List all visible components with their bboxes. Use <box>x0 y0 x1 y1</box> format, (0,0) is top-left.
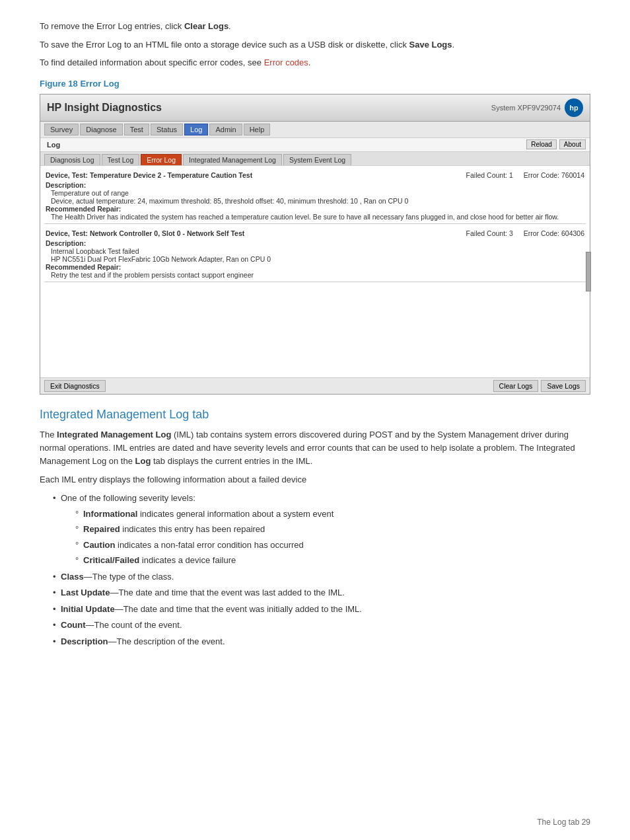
error-entry-1: Device, Test: Temperature Device 2 - Tem… <box>44 169 586 224</box>
iml-log-ref: Log <box>135 456 151 466</box>
hp-logo: hp <box>565 98 583 117</box>
error-entry-1-desc-text: Temperature out of range Device, actual … <box>51 189 584 205</box>
menu-diagnose[interactable]: Diagnose <box>80 124 122 135</box>
page-footer-text: The Log tab 29 <box>537 818 590 827</box>
reload-button[interactable]: Reload <box>526 139 557 149</box>
about-button[interactable]: About <box>559 139 586 149</box>
error-entry-2-desc-text: Internal Loopback Test failed HP NC551i … <box>51 247 584 263</box>
bullet-count: Count—The count of the event. <box>53 619 590 632</box>
error-codes-link[interactable]: Error codes <box>264 57 308 67</box>
sub-bullet-informational: Informational indicates general informat… <box>74 508 590 521</box>
error-entry-1-failed-count: Failed Count: 1 <box>466 171 513 179</box>
error-entry-2-counts: Failed Count: 3 Error Code: 604306 <box>466 229 584 237</box>
error-entry-1-desc-label: Description: <box>46 181 584 189</box>
hp-log-tabs: Diagnosis Log Test Log Error Log Integra… <box>40 152 590 166</box>
hp-menubar: Survey Diagnose Test Status Log Admin He… <box>40 122 590 138</box>
hp-titlebar: HP Insight Diagnostics System XPF9V29074… <box>40 95 590 122</box>
error-entry-1-header: Device, Test: Temperature Device 2 - Tem… <box>46 171 584 179</box>
bullet-last-update: Last Update—The date and time that the e… <box>53 586 590 599</box>
bullet-initial-update: Initial Update—The date and time that th… <box>53 603 590 616</box>
error-entry-2: Device, Test: Network Controller 0, Slot… <box>44 227 586 282</box>
system-label: System XPF9V29074 <box>491 104 561 112</box>
tab-system-event-log[interactable]: System Event Log <box>283 154 351 165</box>
log-toolbar-label: Log <box>44 139 63 150</box>
hp-content-area: Device, Test: Temperature Device 2 - Tem… <box>40 166 590 377</box>
error-entry-1-repair-label: Recommended Repair: <box>46 205 584 213</box>
page-content: To remove the Error Log entries, click C… <box>40 20 590 648</box>
sub-bullet-repaired: Repaired indicates this entry has been r… <box>74 523 590 536</box>
figure-title: Figure 18 Error Log <box>40 79 590 89</box>
error-entry-2-desc-label: Description: <box>46 239 584 247</box>
tab-error-log[interactable]: Error Log <box>141 154 182 165</box>
tab-test-log[interactable]: Test Log <box>102 154 140 165</box>
menu-admin[interactable]: Admin <box>209 124 242 135</box>
error-entry-2-error-code: Error Code: 604306 <box>524 229 584 237</box>
scroll-indicator[interactable] <box>586 252 591 291</box>
save-logs-ref: Save Logs <box>409 40 452 50</box>
hp-window: HP Insight Diagnostics System XPF9V29074… <box>40 94 590 395</box>
error-entry-2-failed-count: Failed Count: 3 <box>466 229 513 237</box>
clear-logs-ref: Clear Logs <box>184 21 228 31</box>
menu-survey[interactable]: Survey <box>44 124 79 135</box>
intro-p3: To find detailed information about speci… <box>40 56 590 69</box>
bullet-class: Class—The type of the class. <box>53 570 590 584</box>
error-entry-2-repair-text: Retry the test and if the problem persis… <box>51 271 584 279</box>
save-logs-button[interactable]: Save Logs <box>541 380 586 392</box>
hp-log-toolbar: Log Reload About <box>40 138 590 152</box>
error-entry-1-error-code: Error Code: 760014 <box>524 171 584 179</box>
sub-bullet-critical: Critical/Failed indicates a device failu… <box>74 554 590 567</box>
section-heading: Integrated Management Log tab <box>40 408 590 422</box>
page-footer: The Log tab 29 <box>537 818 590 827</box>
hp-toolbar-right: Reload About <box>526 139 586 149</box>
hp-window-title: HP Insight Diagnostics <box>47 102 162 114</box>
error-entry-2-header: Device, Test: Network Controller 0, Slot… <box>46 229 584 237</box>
tab-integrated-management-log[interactable]: Integrated Management Log <box>183 154 282 165</box>
hp-footer: Exit Diagnostics Clear Logs Save Logs <box>40 377 590 394</box>
tab-diagnosis-log[interactable]: Diagnosis Log <box>44 154 100 165</box>
iml-description-2: Each IML entry displays the following in… <box>40 473 590 486</box>
hp-titlebar-right: System XPF9V29074 hp <box>491 98 583 117</box>
bullet-severity: One of the following severity levels: In… <box>53 492 590 567</box>
intro-p1: To remove the Error Log entries, click C… <box>40 20 590 33</box>
clear-logs-button[interactable]: Clear Logs <box>493 380 539 392</box>
footer-right-buttons: Clear Logs Save Logs <box>493 380 586 392</box>
iml-description-1: The Integrated Management Log (IML) tab … <box>40 428 590 468</box>
error-entry-1-counts: Failed Count: 1 Error Code: 760014 <box>466 171 584 179</box>
iml-bold-1: Integrated Management Log <box>57 430 171 439</box>
menu-help[interactable]: Help <box>244 124 271 135</box>
intro-p2: To save the Error Log to an HTML file on… <box>40 38 590 52</box>
main-bullet-list: One of the following severity levels: In… <box>53 492 590 648</box>
sub-bullet-severity: Informational indicates general informat… <box>74 508 590 567</box>
error-entry-2-repair-label: Recommended Repair: <box>46 263 584 271</box>
sub-bullet-caution: Caution indicates a non-fatal error cond… <box>74 539 590 552</box>
exit-diagnostics-button[interactable]: Exit Diagnostics <box>44 380 106 392</box>
menu-test[interactable]: Test <box>124 124 149 135</box>
error-entry-1-title: Device, Test: Temperature Device 2 - Tem… <box>46 171 252 179</box>
error-entry-1-repair-text: The Health Driver has indicated the syst… <box>51 213 584 221</box>
error-entry-2-title: Device, Test: Network Controller 0, Slot… <box>46 229 244 237</box>
menu-status[interactable]: Status <box>151 124 183 135</box>
bullet-description: Description—The description of the event… <box>53 635 590 648</box>
menu-log[interactable]: Log <box>184 124 208 135</box>
